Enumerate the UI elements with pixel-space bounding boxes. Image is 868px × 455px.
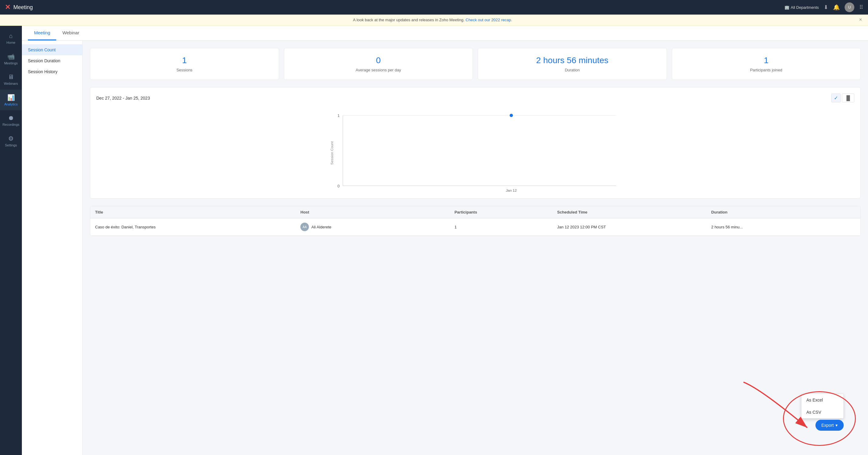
export-area: As Excel As CSV Export ▾: [801, 394, 844, 431]
nav-session-history[interactable]: Session History: [22, 66, 82, 77]
recordings-icon: ⏺: [8, 115, 14, 121]
sidebar-item-recordings[interactable]: ⏺ Recordings: [0, 110, 22, 131]
col-title: Title: [90, 206, 296, 218]
dept-label: All Departments: [791, 5, 819, 10]
analytics-icon: 📊: [7, 94, 15, 101]
nav-session-duration[interactable]: Session Duration: [22, 55, 82, 66]
export-as-csv[interactable]: As CSV: [802, 406, 843, 418]
chart-type-buttons: ✓ ▐▌: [831, 94, 854, 102]
chart-header: Dec 27, 2022 - Jan 25, 2023 ✓ ▐▌: [96, 94, 854, 102]
sessions-value: 1: [95, 56, 274, 65]
table-header: Title Host Participants Scheduled Time D…: [90, 206, 860, 218]
dept-selector[interactable]: 🏢 All Departments: [784, 5, 819, 10]
main-content: 1 Sessions 0 Average sessions per day 2 …: [83, 41, 868, 455]
duration-label: Duration: [483, 68, 662, 72]
sidebar-label-settings: Settings: [5, 143, 17, 147]
stat-avg-sessions: 0 Average sessions per day: [284, 48, 473, 80]
sidebar-item-home[interactable]: ⌂ Home: [0, 28, 22, 49]
topbar: ✕ Meeting 🏢 All Departments ⬇ 🔔 U ⠿: [0, 0, 868, 14]
table-row: Caso de éxito: Daniel, Transportes AA Al…: [90, 218, 860, 236]
settings-icon: ⚙: [8, 135, 14, 142]
avg-sessions-label: Average sessions per day: [289, 68, 468, 72]
app-logo-icon: ✕: [5, 3, 10, 11]
col-scheduled-time: Scheduled Time: [553, 206, 706, 218]
sidebar-item-settings[interactable]: ⚙ Settings: [0, 131, 22, 151]
home-icon: ⌂: [9, 32, 13, 39]
webinars-icon: 🖥: [8, 73, 14, 81]
banner-link[interactable]: Check out our 2022 recap.: [466, 18, 512, 22]
banner-text: A look back at the major updates and rel…: [353, 18, 464, 22]
sidebar-item-meetings[interactable]: 📹 Meetings: [0, 49, 22, 69]
app-name: Meeting: [13, 4, 33, 11]
tab-meeting[interactable]: Meeting: [28, 26, 56, 40]
sidebar-label-analytics: Analytics: [4, 102, 18, 106]
line-chart-button[interactable]: ✓: [831, 94, 841, 102]
export-button[interactable]: Export ▾: [815, 420, 844, 431]
table-section: Title Host Participants Scheduled Time D…: [90, 206, 861, 236]
inner-layout: Session Count Session Duration Session H…: [22, 41, 868, 455]
y-axis-title: Session Count: [330, 141, 334, 165]
sessions-label: Sessions: [95, 68, 274, 72]
main-layout: ⌂ Home 📹 Meetings 🖥 Webinars 📊 Analytics…: [0, 26, 868, 455]
meetings-icon: 📹: [7, 53, 15, 60]
download-icon[interactable]: ⬇: [824, 4, 828, 11]
export-as-excel[interactable]: As Excel: [802, 394, 843, 406]
tabs-bar: Meeting Webinar: [22, 26, 868, 41]
export-chevron-icon: ▾: [836, 423, 838, 428]
date-range: Dec 27, 2022 - Jan 25, 2023: [96, 96, 150, 100]
row-scheduled-time: Jan 12 2023 12:00 PM CST: [553, 220, 706, 234]
sidebar-label-home: Home: [6, 41, 15, 44]
banner-close-button[interactable]: ×: [859, 17, 862, 23]
chart-svg: 1 0 Session Count: [96, 107, 854, 192]
row-participants: 1: [450, 220, 552, 234]
nav-session-count[interactable]: Session Count: [22, 44, 82, 55]
tab-webinar[interactable]: Webinar: [56, 26, 85, 40]
col-duration: Duration: [706, 206, 860, 218]
bar-chart-button[interactable]: ▐▌: [842, 94, 854, 102]
sidebar-label-webinars: Webinars: [4, 82, 18, 85]
user-avatar[interactable]: U: [845, 2, 854, 12]
row-title: Caso de éxito: Daniel, Transportes: [90, 220, 296, 234]
stats-row: 1 Sessions 0 Average sessions per day 2 …: [90, 48, 861, 80]
content-area: Meeting Webinar Session Count Session Du…: [22, 26, 868, 455]
stat-sessions: 1 Sessions: [90, 48, 279, 80]
data-point: [509, 114, 513, 117]
stat-duration: 2 hours 56 minutes Duration: [478, 48, 667, 80]
host-avatar-icon: AA: [300, 223, 309, 231]
participants-label: Participants joined: [677, 68, 856, 72]
sidebar-item-webinars[interactable]: 🖥 Webinars: [0, 69, 22, 90]
left-nav: Session Count Session Duration Session H…: [22, 41, 83, 455]
y-label-0: 0: [337, 184, 340, 188]
stat-participants: 1 Participants joined: [672, 48, 861, 80]
x-tick-jan12: Jan 12: [506, 188, 517, 192]
duration-value: 2 hours 56 minutes: [483, 56, 662, 65]
topbar-left: ✕ Meeting: [5, 3, 33, 11]
row-duration: 2 hours 56 minu...: [706, 220, 860, 234]
sidebar-item-analytics[interactable]: 📊 Analytics: [0, 90, 22, 110]
y-label-1: 1: [337, 113, 340, 118]
building-icon: 🏢: [784, 5, 789, 10]
row-host: AA Ali Alderete: [296, 218, 450, 235]
announcement-banner: A look back at the major updates and rel…: [0, 14, 868, 26]
sidebar-label-recordings: Recordings: [2, 123, 20, 126]
topbar-right: 🏢 All Departments ⬇ 🔔 U ⠿: [784, 2, 863, 12]
col-participants: Participants: [450, 206, 552, 218]
bell-icon[interactable]: 🔔: [833, 4, 840, 11]
chart-section: Dec 27, 2022 - Jan 25, 2023 ✓ ▐▌ 1 0: [90, 87, 861, 199]
export-dropdown: As Excel As CSV: [801, 394, 844, 419]
export-button-label: Export: [822, 423, 834, 428]
sidebar-label-meetings: Meetings: [4, 61, 18, 65]
participants-value: 1: [677, 56, 856, 65]
avg-sessions-value: 0: [289, 56, 468, 65]
grid-icon[interactable]: ⠿: [859, 4, 863, 11]
host-cell: AA Ali Alderete: [300, 223, 445, 231]
host-name: Ali Alderete: [311, 225, 331, 229]
sidebar: ⌂ Home 📹 Meetings 🖥 Webinars 📊 Analytics…: [0, 26, 22, 455]
col-host: Host: [296, 206, 450, 218]
chart-container: 1 0 Session Count: [96, 107, 854, 192]
